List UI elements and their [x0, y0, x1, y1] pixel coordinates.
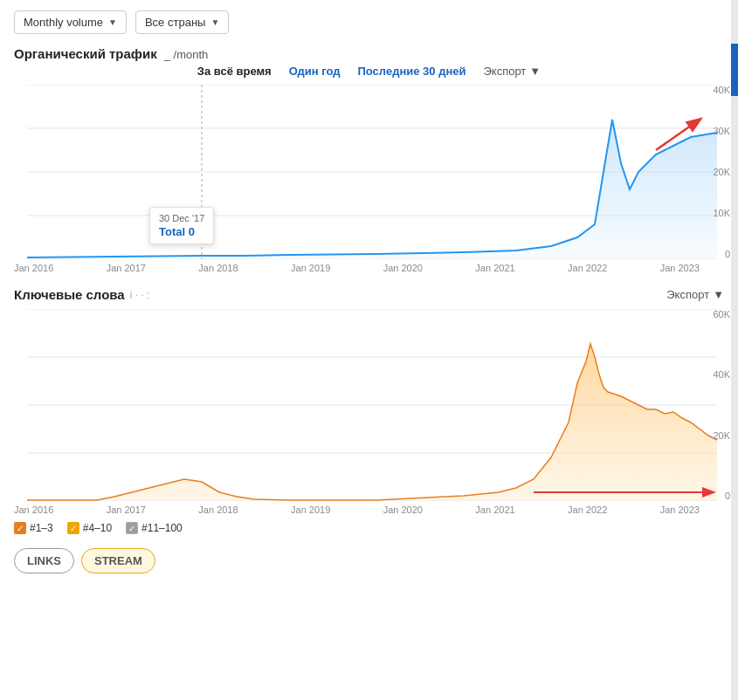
monthly-volume-label: Monthly volume	[24, 16, 103, 29]
x-label-2021: Jan 2021	[475, 263, 514, 273]
legend-checkbox-1-3: ✓	[14, 522, 26, 534]
controls-row: Monthly volume ▼ Все страны ▼	[14, 10, 724, 34]
organic-value: _ /month	[164, 48, 209, 61]
y-label-10k: 10K	[704, 208, 730, 218]
legend-checkbox-4-10: ✓	[67, 522, 79, 534]
organic-chart-svg	[14, 85, 730, 259]
organic-title: Органический трафик	[14, 46, 157, 61]
keywords-y-axis: 60K 40K 20K 0	[704, 309, 730, 501]
kw-x-2020: Jan 2020	[383, 504, 423, 515]
kw-x-2021: Jan 2021	[475, 504, 514, 515]
kw-x-2018: Jan 2018	[198, 504, 238, 515]
keywords-x-axis: Jan 2016 Jan 2017 Jan 2018 Jan 2019 Jan …	[14, 504, 730, 515]
links-badge[interactable]: LINKS	[14, 548, 74, 573]
time-controls: За всё время Один год Последние 30 дней …	[14, 65, 724, 78]
legend-label-1-3: #1–3	[30, 522, 53, 534]
stream-badge[interactable]: STREAM	[81, 548, 155, 573]
keywords-header: Ключевые слова i · · : Экспорт ▼	[14, 287, 724, 302]
scrollbar-thumb[interactable]	[731, 44, 738, 96]
organic-export-btn[interactable]: Экспорт ▼	[483, 65, 541, 78]
monthly-volume-dropdown[interactable]: Monthly volume ▼	[14, 10, 127, 34]
y-label-30k: 30K	[704, 126, 730, 136]
keywords-export-caret-icon: ▼	[713, 288, 724, 301]
legend-item-1-3: ✓ #1–3	[14, 522, 53, 534]
x-label-2018: Jan 2018	[198, 263, 238, 273]
kw-x-2019: Jan 2019	[291, 504, 330, 515]
kw-x-2017: Jan 2017	[107, 504, 146, 515]
x-label-2022: Jan 2022	[568, 263, 607, 273]
legend-label-11-100: #11–100	[141, 522, 183, 534]
kw-y-60k: 60K	[704, 309, 730, 319]
organic-chart-area: 30 Dec '17 Total 0 40K 30K 20K 10K 0	[14, 85, 730, 259]
legend-label-4-10: #4–10	[83, 522, 112, 534]
scrollbar[interactable]	[731, 0, 738, 700]
dropdown1-caret-icon: ▼	[108, 17, 117, 27]
legend-item-11-100: ✓ #11–100	[126, 522, 183, 534]
keywords-title: Ключевые слова	[14, 287, 125, 302]
kw-x-2023: Jan 2023	[660, 504, 700, 515]
x-label-2017: Jan 2017	[107, 263, 146, 273]
kw-x-2016: Jan 2016	[14, 504, 53, 515]
dropdown2-caret-icon: ▼	[210, 17, 219, 27]
y-label-0: 0	[704, 249, 730, 259]
keywords-chart-area: 60K 40K 20K 0	[14, 309, 730, 501]
y-label-20k: 20K	[704, 167, 730, 177]
btn-one-year[interactable]: Один год	[289, 65, 341, 78]
keywords-subtitle: i · · :	[130, 289, 150, 301]
x-label-2016: Jan 2016	[14, 263, 53, 273]
export-caret-icon: ▼	[529, 65, 541, 78]
organic-y-axis: 40K 30K 20K 10K 0	[704, 85, 730, 259]
keywords-legend: ✓ #1–3 ✓ #4–10 ✓ #11–100	[14, 522, 730, 534]
kw-x-2022: Jan 2022	[568, 504, 607, 515]
kw-y-40k: 40K	[704, 369, 730, 380]
organic-header: Органический трафик _ /month	[14, 46, 724, 61]
keywords-chart-container: 60K 40K 20K 0 Jan 2016 Jan 2017 Jan 2018…	[14, 309, 730, 534]
badges-row: LINKS STREAM	[14, 548, 724, 573]
x-label-2023: Jan 2023	[660, 263, 700, 273]
y-label-40k: 40K	[704, 85, 730, 95]
organic-chart-container: 30 Dec '17 Total 0 40K 30K 20K 10K 0 Jan…	[14, 85, 730, 273]
keywords-chart-svg	[14, 309, 730, 501]
kw-y-0: 0	[704, 491, 730, 501]
legend-item-4-10: ✓ #4–10	[67, 522, 112, 534]
organic-x-axis: Jan 2016 Jan 2017 Jan 2018 Jan 2019 Jan …	[14, 263, 730, 273]
x-label-2020: Jan 2020	[383, 263, 423, 273]
keywords-export-label: Экспорт	[666, 288, 709, 301]
x-label-2019: Jan 2019	[291, 263, 330, 273]
kw-y-20k: 20K	[704, 430, 730, 441]
keywords-export-btn[interactable]: Экспорт ▼	[666, 288, 724, 301]
export-label: Экспорт	[483, 65, 526, 78]
btn-last-30[interactable]: Последние 30 дней	[357, 65, 466, 78]
btn-all-time[interactable]: За всё время	[197, 65, 272, 78]
legend-checkbox-11-100: ✓	[126, 522, 138, 534]
country-dropdown[interactable]: Все страны ▼	[135, 10, 229, 34]
country-label: Все страны	[145, 16, 205, 29]
